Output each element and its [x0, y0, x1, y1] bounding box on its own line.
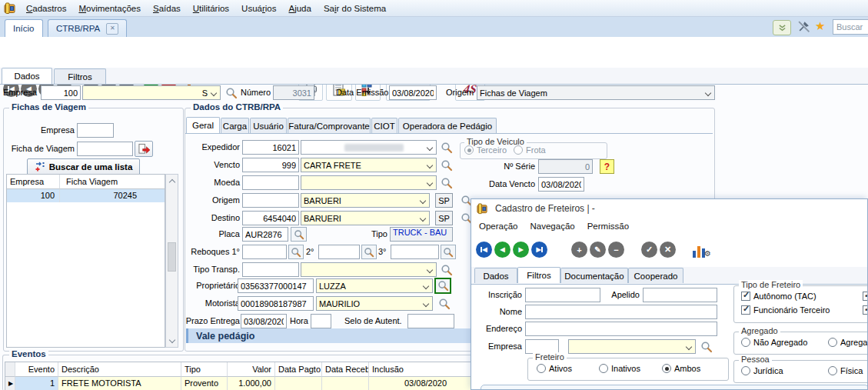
menu-item-3[interactable]: Utilitários [187, 4, 235, 13]
checkbox-cutoff-2[interactable] [863, 305, 868, 315]
nome-input[interactable] [525, 305, 717, 319]
tipo-transp-code-input[interactable] [242, 262, 299, 277]
selo-input[interactable] [407, 314, 454, 328]
ctrb-tab-usuario[interactable]: Usuário [250, 118, 287, 133]
apelido-input[interactable] [643, 288, 717, 302]
freteiros-remove-button[interactable]: − [608, 242, 624, 258]
radio-juridica[interactable]: Jurídica [741, 366, 783, 375]
search-input[interactable] [833, 19, 868, 35]
eventos-col-descricao[interactable]: Descrição [58, 362, 181, 377]
empresa-combo[interactable]: S [82, 85, 221, 100]
checkbox-funcionario-terceiro[interactable]: Funcionário Terceiro [741, 305, 830, 315]
motorista-code-input[interactable] [238, 296, 314, 311]
radio-ativos[interactable]: Ativos [537, 364, 572, 373]
scroll-thumb[interactable] [168, 242, 176, 272]
tipo-transp-combo[interactable] [301, 262, 437, 277]
menu-item-5[interactable]: Ajuda [283, 4, 318, 13]
menu-item-0[interactable]: Cadastros [20, 4, 72, 13]
placa-input[interactable] [242, 227, 288, 242]
tipo-transp-lookup-button[interactable] [439, 262, 454, 277]
radio-terceiro[interactable]: Terceiro [464, 145, 507, 155]
scroll-up-button[interactable] [166, 175, 178, 187]
unpin-icon[interactable] [797, 20, 810, 33]
origem-uf-button[interactable]: SP [435, 193, 453, 208]
radio-inativos[interactable]: Inativos [599, 364, 640, 373]
radio-frota[interactable]: Frota [514, 145, 546, 155]
menu-item-1[interactable]: Navegação [524, 222, 581, 231]
freteiros-empresa-lookup-button[interactable] [699, 339, 713, 354]
ficha-viagem-input[interactable] [77, 142, 133, 156]
buscar-lista-button[interactable]: Buscar de uma lista [27, 158, 140, 175]
reboque1-lookup-button[interactable] [288, 245, 304, 259]
eventos-col-data-receb[interactable]: Data Receb. [322, 362, 369, 377]
ctrb-tab-operadora[interactable]: Operadora de Pedágio [398, 118, 497, 133]
freteiros-edit-button[interactable]: ✎ [590, 242, 606, 258]
reboque2-lookup-button[interactable] [361, 245, 377, 259]
inscricao-input[interactable] [525, 288, 600, 302]
endereco-input[interactable] [525, 322, 717, 336]
proprietario-combo[interactable]: LUZZA [316, 278, 433, 293]
menu-item-4[interactable]: Usuários [235, 4, 282, 13]
eventos-col-valor[interactable]: Valor [228, 362, 275, 377]
eventos-cell-data-receb[interactable] [322, 377, 369, 390]
menu-item-6[interactable]: Sair do Sistema [318, 4, 392, 13]
eventos-col-evento[interactable]: Evento [15, 362, 58, 377]
vencto-lookup-button[interactable] [439, 158, 454, 172]
fichas-row-ficha[interactable]: 70245 [60, 189, 165, 202]
placa-lookup-button[interactable] [291, 227, 307, 242]
freteiros-tab-filtros[interactable]: Filtros [517, 267, 560, 283]
destino-uf-button[interactable]: SP [435, 211, 453, 225]
menu-item-2[interactable]: Permissão [581, 222, 635, 231]
destino-code-input[interactable] [242, 211, 299, 225]
motorista-combo[interactable]: MAURILIO [316, 296, 433, 311]
reboque3-input[interactable] [391, 245, 439, 259]
freteiros-tab-documentacao[interactable]: Documentação [560, 268, 628, 283]
vencto-code-input[interactable] [242, 158, 299, 172]
eventos-cell-data-pagto[interactable] [275, 377, 322, 390]
eventos-cell-evento[interactable]: 1 [15, 377, 58, 390]
expedidor-lookup-button[interactable] [439, 140, 454, 155]
close-tab-icon[interactable]: ✕ [106, 23, 118, 35]
menu-item-1[interactable]: Movimentações [72, 4, 147, 13]
empresa-code-input[interactable] [41, 85, 81, 100]
data-vencto-input[interactable] [538, 177, 584, 192]
freteiros-nav-prev-button[interactable]: ◀ [494, 242, 510, 258]
freteiros-add-button[interactable]: + [571, 242, 587, 258]
freteiros-chart-button[interactable]: ⚙ [693, 244, 711, 258]
help-button[interactable]: ? [600, 159, 614, 174]
expand-chevron-button[interactable] [773, 20, 791, 35]
moeda-code-input[interactable] [242, 175, 299, 190]
radio-nao-agregado[interactable]: Não Agregado [741, 338, 807, 347]
tab-ctrb-rpa[interactable]: CTRB/RPA ✕ [48, 19, 127, 37]
proprietario-lookup-button-highlighted[interactable] [434, 278, 451, 294]
radio-ambos[interactable]: Ambos [662, 364, 700, 373]
freteiros-empresa-combo[interactable] [568, 339, 696, 354]
fichas-empresa-input[interactable] [77, 123, 114, 138]
tab-dados[interactable]: Dados [2, 68, 52, 84]
reboque2-input[interactable] [318, 245, 360, 259]
freteiros-confirm-button[interactable]: ✓ [641, 242, 657, 258]
eventos-col-data-pagto[interactable]: Data Pagto [275, 362, 322, 377]
prazo-entrega-input[interactable] [241, 314, 287, 328]
expedidor-code-input[interactable] [242, 140, 299, 155]
moeda-lookup-button[interactable] [439, 175, 454, 190]
data-emissao-input[interactable] [389, 85, 437, 100]
freteiros-tab-dados[interactable]: Dados [474, 268, 517, 283]
origem-code-input[interactable] [242, 193, 299, 208]
freteiros-nav-first-button[interactable]: ◀ [476, 242, 492, 258]
reboque1-input[interactable] [242, 245, 287, 259]
checkbox-autonomo[interactable]: Autônomo (TAC) [741, 292, 816, 301]
radio-fisica[interactable]: Física [828, 366, 863, 375]
motorista-lookup-button[interactable] [437, 296, 451, 311]
destino-combo[interactable]: BARUERI [301, 211, 430, 225]
fichas-col-empresa[interactable]: Empresa [7, 175, 60, 189]
origem-doc-combo[interactable]: Fichas de Viagem [477, 85, 715, 100]
freteiros-tab-cooperado[interactable]: Cooperado [628, 268, 683, 283]
expedidor-combo[interactable] [301, 140, 437, 155]
moeda-combo[interactable] [301, 175, 437, 190]
eventos-cell-tipo[interactable]: Provento [181, 377, 228, 390]
ctrb-tab-fatura[interactable]: Fatura/Comprovante [288, 118, 371, 133]
hora-input[interactable] [311, 314, 331, 328]
carregar-ficha-button[interactable] [135, 141, 153, 157]
menu-item-0[interactable]: Operação [473, 222, 524, 231]
